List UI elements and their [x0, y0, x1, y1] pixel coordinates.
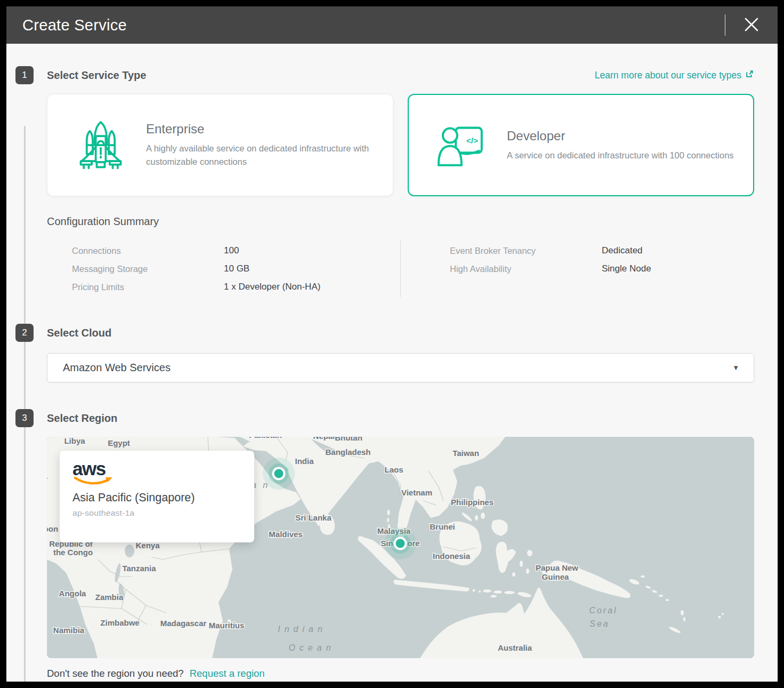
map-label: Madagascar	[160, 619, 207, 628]
configuration-summary: Configuration Summary Connections 100 Me…	[47, 215, 754, 297]
region-marker-mumbai[interactable]	[263, 458, 295, 490]
create-service-modal: Create Service 1 Select Service Type	[6, 6, 778, 682]
svg-text:</>: </>	[466, 136, 478, 145]
map-label: Niger	[47, 475, 47, 484]
map-label: Philippines	[451, 498, 494, 507]
summary-label: Messaging Storage	[72, 264, 224, 274]
region-info-card[interactable]: aws Asia Pacific (Singapore) ap-southeas…	[60, 451, 254, 542]
step-1-badge: 1	[15, 66, 34, 84]
section-service-type: 1 Select Service Type Learn more about o…	[6, 66, 778, 297]
map-label: Mauritius	[209, 621, 245, 630]
summary-row-connections: Connections 100	[47, 242, 400, 260]
map-label: Zambia	[95, 593, 124, 602]
aws-logo: aws	[72, 460, 241, 486]
summary-label: High Availability	[450, 264, 602, 274]
step-3-badge: 3	[15, 409, 34, 427]
configuration-summary-title: Configuration Summary	[47, 215, 754, 228]
map-label: Indian	[278, 625, 327, 634]
learn-more-label: Learn more about our service types	[595, 70, 741, 81]
chevron-down-icon: ▼	[732, 364, 739, 372]
summary-label: Event Broker Tenancy	[450, 246, 602, 256]
map-label: Guinea	[542, 572, 570, 581]
summary-left-column: Connections 100 Messaging Storage 10 GB …	[47, 241, 401, 297]
service-card-enterprise[interactable]: Enterprise A highly available service on…	[47, 94, 393, 196]
service-description: A highly available service on dedicated …	[146, 142, 377, 169]
summary-label: Pricing Limits	[72, 282, 224, 292]
modal-body: 1 Select Service Type Learn more about o…	[6, 66, 778, 679]
summary-label: Connections	[72, 246, 224, 256]
map-label: Cameroon	[47, 524, 58, 533]
map-label: Papua New	[536, 563, 578, 572]
map-label: Sea	[589, 619, 609, 628]
map-label: Maldives	[269, 530, 302, 539]
map-label: Pakistan	[249, 437, 282, 439]
close-icon	[743, 17, 759, 34]
region-name: Asia Pacific (Singapore)	[72, 491, 241, 505]
map-label: Nepal	[313, 437, 335, 441]
service-card-developer[interactable]: </> Developer A service on dedicated inf…	[408, 94, 754, 196]
summary-row-high-availability: High Availability Single Node	[425, 260, 651, 278]
cloud-select-value: Amazon Web Services	[63, 362, 171, 374]
service-description: A service on dedicated infrastructure wi…	[507, 149, 734, 162]
summary-value: Dedicated	[602, 245, 643, 256]
section-title-service-type: Select Service Type	[47, 69, 146, 82]
map-label: Coral	[589, 606, 617, 615]
map-label: Laos	[384, 465, 403, 474]
summary-value: 1 x Developer (Non-HA)	[224, 282, 320, 292]
summary-row-tenancy: Event Broker Tenancy Dedicated	[425, 242, 651, 260]
service-name: Enterprise	[146, 122, 377, 137]
region-zone: ap-southeast-1a	[72, 508, 241, 518]
section-title-select-cloud: Select Cloud	[47, 327, 111, 339]
map-label: Libya	[64, 437, 85, 445]
rocket-icon	[77, 118, 125, 172]
summary-value: Single Node	[602, 263, 651, 274]
section-select-region: 3 Select Region	[6, 409, 778, 679]
region-map[interactable]: LibyaEgyptNigerCameroonPakistanNepalBhut…	[47, 437, 754, 658]
developer-icon: </>	[438, 122, 486, 168]
summary-row-messaging-storage: Messaging Storage 10 GB	[47, 260, 400, 278]
map-label: Egypt	[108, 438, 130, 447]
map-label: Australia	[498, 643, 532, 652]
region-footer: Don't see the region you need? Request a…	[47, 668, 754, 679]
map-label: India	[295, 457, 314, 466]
section-select-cloud: 2 Select Cloud Amazon Web Services ▼	[6, 324, 778, 382]
map-label: Bangladesh	[325, 447, 370, 457]
step-2-badge: 2	[15, 324, 34, 342]
map-label: Indonesia	[433, 551, 471, 561]
header-right	[725, 6, 778, 44]
modal-header: Create Service	[6, 6, 778, 44]
map-label: Ocean	[288, 643, 335, 652]
summary-value: 100	[224, 245, 239, 256]
external-link-icon	[745, 69, 754, 81]
map-label: Taiwan	[452, 449, 479, 458]
service-type-cards: Enterprise A highly available service on…	[47, 94, 754, 196]
region-footer-text: Don't see the region you need?	[47, 668, 184, 679]
map-label: Bhutan	[335, 437, 362, 442]
close-button[interactable]	[725, 6, 778, 44]
summary-row-pricing-limits: Pricing Limits 1 x Developer (Non-HA)	[47, 278, 400, 296]
summary-right-column: Event Broker Tenancy Dedicated High Avai…	[401, 241, 651, 297]
aws-logo-text: aws	[72, 460, 241, 477]
region-marker-singapore[interactable]	[384, 527, 416, 559]
map-label: Angola	[59, 589, 86, 598]
map-label: Tanzania	[122, 564, 156, 573]
map-label: Sri Lanka	[295, 513, 332, 522]
map-label: Zimbabwe	[100, 618, 139, 627]
summary-value: 10 GB	[224, 263, 249, 274]
learn-more-link[interactable]: Learn more about our service types	[595, 69, 754, 81]
map-label: Vietnam	[401, 488, 432, 497]
request-region-link[interactable]: Request a region	[190, 668, 265, 679]
map-label: the Congo	[53, 548, 93, 557]
section-title-select-region: Select Region	[47, 412, 117, 425]
service-name: Developer	[507, 129, 734, 143]
map-label: Namibia	[53, 626, 85, 635]
cloud-select-dropdown[interactable]: Amazon Web Services ▼	[47, 353, 754, 382]
modal-title: Create Service	[22, 17, 127, 34]
map-label: Brunei	[430, 522, 455, 531]
